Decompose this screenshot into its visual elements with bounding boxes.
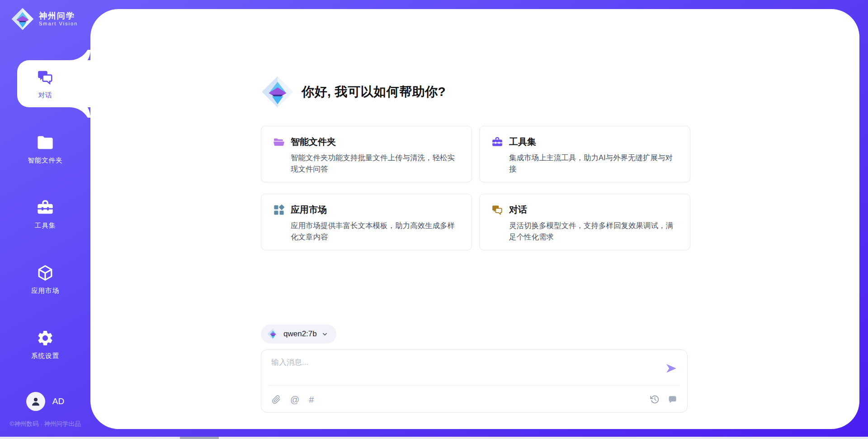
hashtag-icon[interactable]: #	[309, 395, 314, 404]
brand-name: 神州问学	[39, 11, 78, 21]
sidebar-item-label: 智能文件夹	[28, 156, 63, 165]
model-logo-icon	[267, 328, 279, 340]
model-name: qwen2:7b	[283, 329, 317, 339]
card-description: 智能文件夹功能支持批量文件上传与清洗，轻松实现文件问答	[291, 152, 460, 175]
model-selector[interactable]: qwen2:7b	[261, 324, 336, 344]
sidebar: 神州问学 Smart Vision 对话 智能文件夹	[0, 0, 90, 439]
main-panel: 你好, 我可以如何帮助你? 智能文件夹 智能文件夹功能支持批量文件上传与清洗，轻…	[90, 9, 859, 429]
horizontal-scrollbar[interactable]	[0, 437, 868, 439]
greeting-title: 你好, 我可以如何帮助你?	[302, 83, 446, 100]
sidebar-item-settings[interactable]: 系统设置	[0, 321, 90, 368]
folder-open-icon	[273, 136, 285, 148]
card-description: 集成市场上主流工具，助力AI与外界无缝扩展与对接	[509, 152, 678, 175]
briefcase-icon	[491, 136, 503, 148]
sidebar-item-label: 工具集	[35, 221, 56, 230]
chevron-down-icon	[321, 331, 328, 338]
user-name: AD	[52, 396, 64, 406]
chat-bubbles-icon	[36, 68, 55, 87]
briefcase-icon	[36, 198, 55, 217]
sidebar-item-label: 对话	[38, 91, 52, 100]
feedback-chat-icon[interactable]	[668, 395, 677, 404]
grid-icon	[273, 204, 285, 216]
avatar	[26, 392, 45, 411]
card-title: 应用市场	[291, 204, 327, 216]
brand: 神州问学 Smart Vision	[11, 7, 78, 31]
chat-bubbles-icon	[491, 204, 503, 216]
composer: qwen2:7b	[261, 324, 688, 413]
card-app-market[interactable]: 应用市场 应用市场提供丰富长文本模板，助力高效生成多样化文章内容	[261, 194, 472, 250]
scrollbar-thumb[interactable]	[180, 437, 219, 439]
gear-icon	[36, 329, 55, 348]
send-icon[interactable]	[665, 363, 677, 374]
greeting: 你好, 我可以如何帮助你?	[261, 75, 446, 109]
sidebar-item-smart-folder[interactable]: 智能文件夹	[0, 125, 90, 172]
mention-icon[interactable]: @	[290, 395, 299, 404]
sidebar-item-toolset[interactable]: 工具集	[0, 191, 90, 238]
attachment-icon[interactable]	[271, 395, 281, 404]
card-smart-folder[interactable]: 智能文件夹 智能文件夹功能支持批量文件上传与清洗，轻松实现文件问答	[261, 126, 472, 182]
card-chat[interactable]: 对话 灵活切换多模型文件，支持多样回复效果调试，满足个性化需求	[479, 194, 690, 250]
card-title: 智能文件夹	[291, 136, 336, 148]
card-description: 灵活切换多模型文件，支持多样回复效果调试，满足个性化需求	[509, 220, 678, 243]
folder-icon	[36, 133, 55, 152]
brand-logo-icon	[11, 7, 34, 31]
user-account[interactable]: AD	[0, 392, 90, 411]
sidebar-item-label: 应用市场	[31, 286, 59, 295]
sidebar-item-label: 系统设置	[31, 352, 59, 360]
card-toolset[interactable]: 工具集 集成市场上主流工具，助力AI与外界无缝扩展与对接	[479, 126, 690, 182]
card-title: 工具集	[509, 136, 536, 148]
feature-cards: 智能文件夹 智能文件夹功能支持批量文件上传与清洗，轻松实现文件问答 工具集 集成…	[261, 126, 690, 250]
sidebar-item-chat[interactable]: 对话	[17, 60, 90, 107]
message-input[interactable]	[271, 357, 651, 382]
history-icon[interactable]	[650, 395, 660, 404]
card-title: 对话	[509, 204, 527, 216]
copyright-text: ©神州数码 · 神州问学出品	[0, 420, 90, 428]
sidebar-item-app-market[interactable]: 应用市场	[0, 256, 90, 303]
message-input-box: @ #	[261, 349, 688, 413]
app-logo-icon	[261, 75, 294, 109]
brand-subtitle: Smart Vision	[39, 21, 78, 27]
cube-icon	[36, 263, 55, 282]
card-description: 应用市场提供丰富长文本模板，助力高效生成多样化文章内容	[291, 220, 460, 243]
